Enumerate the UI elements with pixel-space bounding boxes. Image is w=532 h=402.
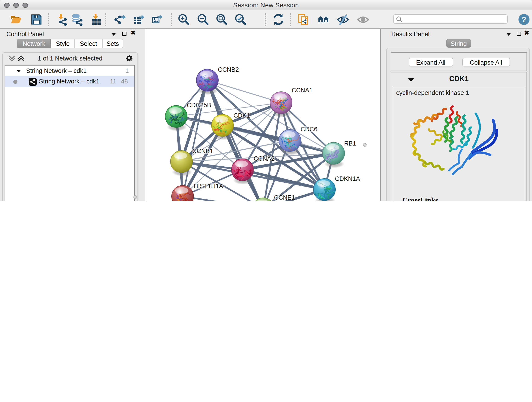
svg-text:?: ?: [521, 15, 526, 24]
svg-text:CCNA1: CCNA1: [291, 87, 312, 94]
svg-text:CCNE1: CCNE1: [274, 194, 295, 201]
svg-text:CCNB1: CCNB1: [192, 147, 213, 154]
svg-text:CDC6: CDC6: [300, 126, 317, 133]
svg-text:CDK1: CDK1: [233, 112, 250, 119]
svg-text:HIST1H1A: HIST1H1A: [193, 182, 223, 189]
svg-text:RB1: RB1: [344, 140, 356, 147]
svg-text:CDKN1A: CDKN1A: [335, 175, 360, 182]
svg-text:CCNA2: CCNA2: [253, 155, 274, 162]
svg-text:CDC25B: CDC25B: [186, 102, 211, 108]
svg-text:CCNB2: CCNB2: [218, 66, 239, 73]
